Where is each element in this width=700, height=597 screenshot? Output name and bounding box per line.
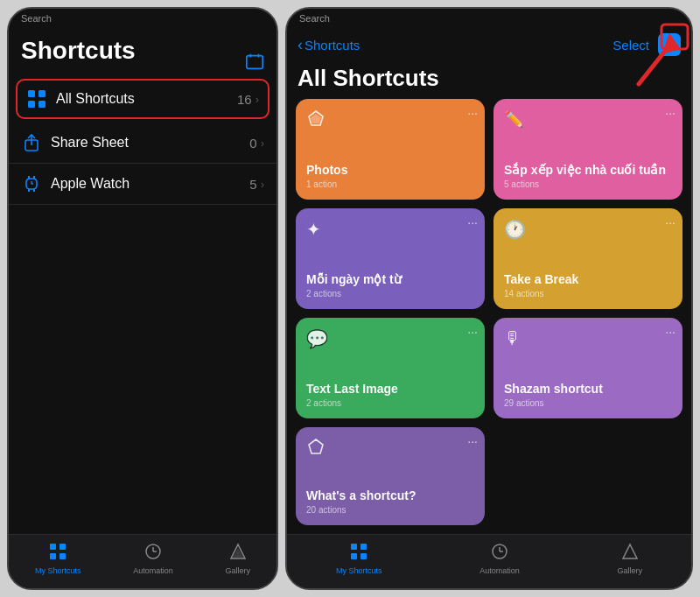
moi-ngay-subtitle: 2 actions bbox=[306, 289, 474, 298]
right-nav: ‹ Shortcuts Select + bbox=[287, 28, 691, 61]
photos-icon bbox=[306, 109, 326, 133]
left-tab-gallery[interactable]: Gallery bbox=[226, 543, 251, 575]
menu-item-share-sheet[interactable]: Share Sheet 0 › bbox=[9, 123, 276, 164]
right-tab-automation-icon bbox=[491, 543, 508, 565]
right-tab-my-shortcuts-icon bbox=[350, 543, 368, 565]
share-sheet-icon bbox=[21, 132, 42, 153]
left-page-header: Shortcuts bbox=[9, 28, 276, 68]
svg-rect-18 bbox=[50, 553, 56, 559]
shazam-menu-icon[interactable]: ··· bbox=[665, 325, 676, 339]
moi-ngay-title: Mỗi ngày một từ bbox=[306, 272, 474, 287]
share-sheet-chevron: › bbox=[261, 137, 264, 150]
menu-item-apple-watch[interactable]: Apple Watch 5 › bbox=[9, 164, 276, 205]
add-shortcut-icon[interactable] bbox=[245, 53, 264, 75]
left-status-bar: Search bbox=[9, 9, 276, 28]
whats-a-shortcut-icon bbox=[306, 438, 326, 461]
svg-rect-17 bbox=[60, 544, 66, 550]
take-a-break-subtitle: 14 actions bbox=[504, 289, 672, 298]
shazam-icon: 🎙 bbox=[504, 328, 522, 348]
add-button[interactable]: + bbox=[658, 33, 681, 56]
moi-ngay-icon: ✦ bbox=[306, 219, 321, 240]
right-status-search: Search bbox=[299, 13, 330, 24]
text-last-image-title: Text Last Image bbox=[306, 382, 474, 397]
svg-marker-30 bbox=[309, 439, 323, 453]
take-a-break-menu-icon[interactable]: ··· bbox=[665, 215, 676, 229]
left-tab-my-shortcuts-icon bbox=[49, 543, 66, 565]
apple-watch-chevron: › bbox=[261, 178, 264, 191]
left-tab-gallery-label: Gallery bbox=[226, 566, 251, 575]
shazam-title: Shazam shortcut bbox=[504, 382, 672, 397]
left-tab-my-shortcuts-label: My Shortcuts bbox=[35, 566, 81, 575]
all-shortcuts-chevron: › bbox=[256, 93, 259, 106]
svg-rect-5 bbox=[28, 101, 35, 108]
svg-marker-29 bbox=[311, 114, 321, 123]
sap-xep-title: Sắp xếp việc nhà cuối tuần bbox=[504, 163, 672, 178]
left-tab-bar: My Shortcuts Automation bbox=[9, 534, 276, 588]
right-tab-my-shortcuts-label: My Shortcuts bbox=[336, 566, 382, 575]
moi-ngay-menu-icon[interactable]: ··· bbox=[467, 215, 478, 229]
shazam-subtitle: 29 actions bbox=[504, 398, 672, 408]
svg-rect-16 bbox=[50, 544, 56, 550]
svg-rect-32 bbox=[360, 544, 367, 550]
left-tab-automation[interactable]: Automation bbox=[133, 543, 173, 575]
take-a-break-icon: 🕐 bbox=[504, 219, 526, 240]
nav-actions: Select + bbox=[612, 33, 681, 56]
svg-rect-3 bbox=[28, 90, 35, 97]
svg-rect-0 bbox=[247, 56, 262, 69]
svg-rect-33 bbox=[351, 553, 357, 559]
whats-a-shortcut-title: What's a shortcut? bbox=[306, 488, 474, 503]
right-page-title-text: All Shortcuts bbox=[298, 65, 439, 91]
right-page-title: All Shortcuts bbox=[287, 61, 691, 99]
shortcut-card-shazam[interactable]: 🎙 ··· Shazam shortcut 29 actions bbox=[494, 318, 682, 418]
left-tab-automation-label: Automation bbox=[133, 566, 173, 575]
shortcut-card-text-last-image[interactable]: 💬 ··· Text Last Image 2 actions bbox=[296, 318, 485, 418]
right-status-bar: Search bbox=[287, 9, 691, 28]
shortcut-card-moi-ngay[interactable]: ✦ ··· Mỗi ngày một từ 2 actions bbox=[296, 208, 485, 309]
all-shortcuts-label: All Shortcuts bbox=[56, 91, 237, 107]
right-tab-my-shortcuts[interactable]: My Shortcuts bbox=[336, 543, 382, 575]
svg-rect-31 bbox=[351, 544, 357, 550]
right-phone: Search ‹ Shortcuts Select + bbox=[285, 7, 693, 590]
apple-watch-label: Apple Watch bbox=[51, 176, 249, 192]
left-status-search: Search bbox=[21, 13, 52, 24]
back-button[interactable]: ‹ Shortcuts bbox=[298, 36, 360, 54]
menu-item-all-shortcuts[interactable]: All Shortcuts 16 › bbox=[16, 79, 270, 119]
shortcut-card-take-a-break[interactable]: 🕐 ··· Take a Break 14 actions bbox=[494, 208, 682, 309]
svg-rect-19 bbox=[60, 553, 66, 559]
left-tab-my-shortcuts[interactable]: My Shortcuts bbox=[35, 543, 81, 575]
share-sheet-count: 0 bbox=[249, 136, 256, 151]
right-tab-automation[interactable]: Automation bbox=[480, 543, 520, 575]
whats-a-shortcut-subtitle: 20 actions bbox=[306, 505, 474, 515]
whats-a-shortcut-menu-icon[interactable]: ··· bbox=[467, 434, 478, 448]
all-shortcuts-icon bbox=[26, 88, 47, 109]
photos-title: Photos bbox=[306, 163, 474, 178]
left-tab-gallery-icon bbox=[229, 543, 247, 565]
shortcut-card-sap-xep[interactable]: ✏️ ··· Sắp xếp việc nhà cuối tuần 5 acti… bbox=[494, 99, 682, 200]
text-last-image-menu-icon[interactable]: ··· bbox=[467, 325, 478, 339]
right-tab-gallery[interactable]: Gallery bbox=[618, 543, 643, 575]
shortcuts-grid: ··· Photos 1 action ✏️ ··· Sắp xếp việc … bbox=[287, 99, 691, 534]
right-tab-bar: My Shortcuts Automation bbox=[287, 534, 691, 588]
svg-rect-6 bbox=[38, 101, 46, 108]
take-a-break-title: Take a Break bbox=[504, 272, 672, 287]
back-label: Shortcuts bbox=[304, 38, 360, 53]
right-tab-gallery-label: Gallery bbox=[618, 566, 643, 575]
sap-xep-menu-icon[interactable]: ··· bbox=[665, 106, 676, 120]
text-last-image-subtitle: 2 actions bbox=[306, 398, 474, 408]
sap-xep-icon: ✏️ bbox=[504, 109, 523, 129]
shortcut-card-photos[interactable]: ··· Photos 1 action bbox=[296, 99, 485, 200]
sap-xep-subtitle: 5 actions bbox=[504, 179, 672, 189]
share-sheet-label: Share Sheet bbox=[51, 135, 249, 151]
svg-marker-38 bbox=[623, 544, 637, 558]
text-last-image-icon: 💬 bbox=[306, 328, 328, 349]
photos-subtitle: 1 action bbox=[306, 179, 474, 189]
apple-watch-icon bbox=[21, 173, 42, 194]
back-chevron-icon: ‹ bbox=[298, 36, 303, 54]
shortcut-card-whats-a-shortcut[interactable]: ··· What's a shortcut? 20 actions bbox=[296, 427, 485, 525]
photos-menu-icon[interactable]: ··· bbox=[467, 106, 478, 120]
select-button[interactable]: Select bbox=[612, 38, 649, 53]
left-page-title: Shortcuts bbox=[21, 37, 264, 65]
right-tab-automation-label: Automation bbox=[480, 566, 520, 575]
svg-rect-4 bbox=[38, 90, 46, 97]
apple-watch-count: 5 bbox=[249, 177, 256, 192]
